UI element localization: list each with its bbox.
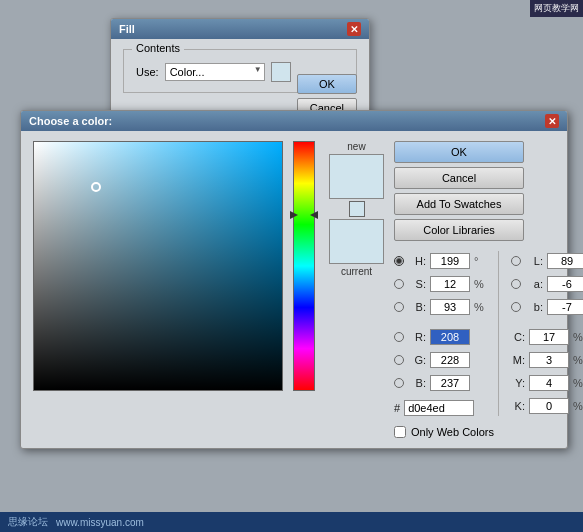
blue-row: B: [394,373,486,393]
m-row: M: % [511,350,583,370]
add-to-swatches-button[interactable]: Add To Swatches [394,193,524,215]
l-radio[interactable] [511,256,521,266]
s-unit: % [474,278,486,290]
fill-color-swatch[interactable] [271,62,291,82]
c-row: C: % [511,327,583,347]
blue-input[interactable] [430,375,470,391]
hue-cursor-right [290,211,318,219]
watermark-bottom: 思缘论坛 www.missyuan.com [0,512,583,532]
s-radio[interactable] [394,279,404,289]
r-input[interactable] [430,329,470,345]
watermark-top: 网页教学网 [530,0,583,17]
a-row: a: [511,274,583,294]
small-color-box [349,201,365,217]
s-label: S: [408,278,426,290]
h-unit: ° [474,255,486,267]
sb-picker[interactable] [33,141,283,391]
b-lab-label: b: [525,301,543,313]
s-row: S: % [394,274,486,294]
field-divider [498,251,499,416]
watermark-bottom-left: 思缘论坛 [8,515,48,529]
l-label: L: [525,255,543,267]
k-input[interactable] [529,398,569,414]
c-unit: % [573,331,583,343]
lab-cmyk-group: L: a: b: [511,251,583,416]
hue-slider[interactable] [293,141,315,391]
k-row: K: % [511,396,583,416]
hsb-rgb-group: H: ° S: % B: [394,251,486,416]
r-label: R: [408,331,426,343]
c-input[interactable] [529,329,569,345]
fill-title-bar: Fill ✕ [111,19,369,39]
h-radio[interactable] [394,256,404,266]
b-input[interactable] [430,299,470,315]
a-input[interactable] [547,276,583,292]
k-label: K: [511,400,525,412]
new-label: new [347,141,365,152]
color-title-bar: Choose a color: ✕ [21,111,567,131]
l-input[interactable] [547,253,583,269]
fill-ok-button[interactable]: OK [297,74,357,94]
hue-slider-container [293,141,315,438]
b-row: B: % [394,297,486,317]
fill-close-button[interactable]: ✕ [347,22,361,36]
g-radio[interactable] [394,355,404,365]
current-label: current [341,266,372,277]
web-colors-label: Only Web Colors [411,426,494,438]
color-cancel-button[interactable]: Cancel [394,167,524,189]
color-preview-area: new current [329,141,384,438]
hex-input[interactable] [404,400,474,416]
m-label: M: [511,354,525,366]
color-dialog: Choose a color: ✕ new current [20,110,568,449]
a-radio[interactable] [511,279,521,289]
g-row: G: [394,350,486,370]
fill-title: Fill [119,23,135,35]
right-panel: OK Cancel Add To Swatches Color Librarie… [394,141,583,438]
y-row: Y: % [511,373,583,393]
l-row: L: [511,251,583,271]
b-unit: % [474,301,486,313]
h-row: H: ° [394,251,486,271]
b-radio[interactable] [394,302,404,312]
g-input[interactable] [430,352,470,368]
s-input[interactable] [430,276,470,292]
hex-row: # [394,400,486,416]
small-color-row [349,201,365,217]
watermark-bottom-right: www.missyuan.com [56,517,144,528]
color-ok-button[interactable]: OK [394,141,524,163]
r-row: R: [394,327,486,347]
r-radio[interactable] [394,332,404,342]
h-label: H: [408,255,426,267]
blue-radio[interactable] [394,378,404,388]
b-lab-row: b: [511,297,583,317]
m-unit: % [573,354,583,366]
c-label: C: [511,331,525,343]
fill-use-select[interactable]: Color... [165,63,265,81]
color-close-button[interactable]: ✕ [545,114,559,128]
b-label: B: [408,301,426,313]
fill-contents-label: Contents [132,42,184,54]
y-input[interactable] [529,375,569,391]
web-colors-checkbox[interactable] [394,426,406,438]
color-fields: H: ° S: % B: [394,251,583,416]
y-unit: % [573,377,583,389]
color-preview-current [329,219,384,264]
right-buttons: OK Cancel Add To Swatches Color Librarie… [394,141,583,241]
y-label: Y: [511,377,525,389]
color-title: Choose a color: [29,115,112,127]
color-libraries-button[interactable]: Color Libraries [394,219,524,241]
b-lab-input[interactable] [547,299,583,315]
hex-symbol: # [394,402,400,414]
fill-use-select-wrapper[interactable]: Color... [165,63,265,81]
m-input[interactable] [529,352,569,368]
g-label: G: [408,354,426,366]
web-colors-row: Only Web Colors [394,426,583,438]
a-label: a: [525,278,543,290]
sb-gradient-dark [34,142,282,390]
b-lab-radio[interactable] [511,302,521,312]
h-input[interactable] [430,253,470,269]
k-unit: % [573,400,583,412]
color-preview-new [329,154,384,199]
blue-label: B: [408,377,426,389]
fill-use-label: Use: [136,66,159,78]
